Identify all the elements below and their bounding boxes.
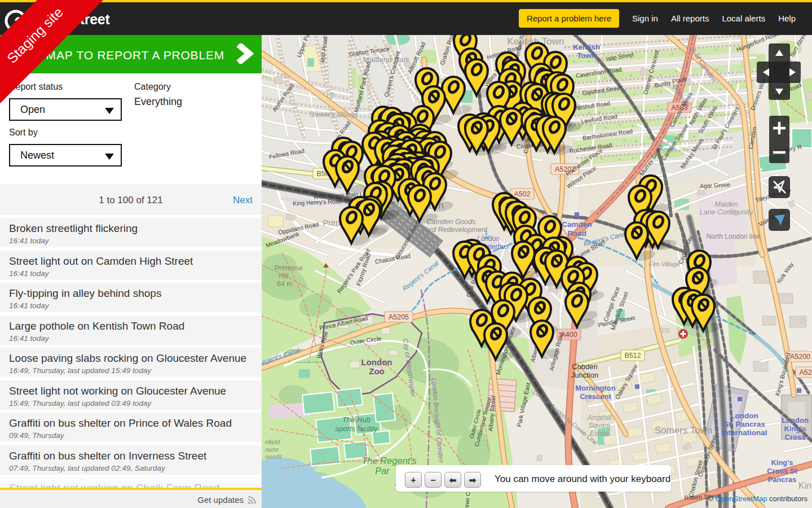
svg-text:Somers Town: Somers Town <box>655 425 713 436</box>
svg-text:The Hub: The Hub <box>342 415 370 424</box>
svg-text:King's: King's <box>784 424 806 433</box>
svg-text:London: London <box>361 357 392 367</box>
svg-text:A5200: A5200 <box>790 353 810 361</box>
svg-text:Cross St: Cross St <box>767 467 797 475</box>
svg-text:B512: B512 <box>624 352 641 360</box>
svg-text:A520: A520 <box>799 369 812 376</box>
svg-text:London: London <box>477 235 500 243</box>
svg-text:Par: Par <box>375 466 390 476</box>
svg-text:Zoo: Zoo <box>369 366 385 376</box>
svg-text:Road: Road <box>567 229 586 238</box>
svg-text:St. Pancras: St. Pancras <box>723 420 765 428</box>
svg-text:Town: Town <box>577 51 596 60</box>
svg-text:Steele's Village: Steele's Village <box>310 111 358 119</box>
svg-text:Junction: Junction <box>571 371 598 379</box>
svg-text:King's: King's <box>771 458 793 467</box>
svg-text:Hill: Hill <box>279 272 288 280</box>
svg-text:Pancras: Pancras <box>768 475 797 484</box>
svg-text:A5205: A5205 <box>389 313 409 321</box>
svg-text:North London line: North London line <box>707 233 760 240</box>
svg-text:nfield: nfield <box>265 439 280 445</box>
svg-text:Primrose: Primrose <box>275 264 303 272</box>
svg-text:London: London <box>730 411 758 420</box>
svg-text:ounds: ounds <box>265 453 282 460</box>
svg-text:Cross: Cross <box>785 433 806 441</box>
svg-text:Camden: Camden <box>562 220 592 229</box>
svg-text:Ampthill: Ampthill <box>587 414 612 422</box>
svg-text:sports facility: sports facility <box>335 424 378 433</box>
svg-text:Mornington: Mornington <box>575 384 616 392</box>
svg-text:King's Cr: King's Cr <box>798 481 812 491</box>
svg-text:64 m: 64 m <box>277 280 293 288</box>
svg-text:Yard Redevelopment: Yard Redevelopment <box>422 226 488 234</box>
svg-text:Cobden: Cobden <box>572 362 598 371</box>
svg-text:International: International <box>721 428 767 437</box>
svg-text:ouse: ouse <box>265 446 279 453</box>
svg-text:Kentish: Kentish <box>573 43 600 51</box>
svg-text:Square: Square <box>589 422 611 430</box>
svg-text:Elm Village: Elm Village <box>649 261 680 268</box>
svg-text:Crescent: Crescent <box>580 392 611 401</box>
svg-text:Maiden: Maiden <box>715 200 738 208</box>
svg-text:London: London <box>782 416 809 424</box>
svg-text:A502: A502 <box>514 190 530 198</box>
svg-text:Lane Community: Lane Community <box>700 208 753 216</box>
svg-text:The Regent's: The Regent's <box>361 456 417 466</box>
